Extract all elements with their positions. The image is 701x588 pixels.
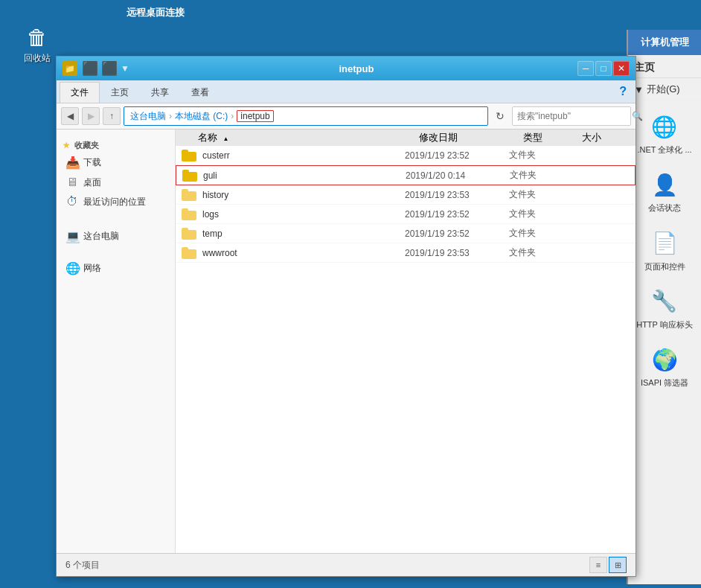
file-name-custerr: custerr — [176, 150, 399, 162]
file-name-history: history — [176, 189, 399, 201]
folder-icon-history — [182, 189, 196, 201]
qat-dropdown[interactable]: ▼ — [121, 63, 129, 74]
file-type-temp: 文件夹 — [503, 227, 563, 240]
desktop-label: 桌面 — [83, 176, 101, 189]
file-label-wwwroot: wwwroot — [202, 248, 237, 258]
qat-icon1[interactable]: ⬛ — [82, 60, 98, 77]
explorer-main: ★ 收藏夹 📥 下载 🖥 桌面 ⏱ 最近访问的位置 — [57, 130, 636, 553]
sidebar-item-this-pc[interactable]: 💻 这台电脑 — [57, 226, 175, 246]
file-date-wwwroot: 2019/1/19 23:53 — [399, 248, 503, 258]
dotnet-label: .NET 全球化 ... — [637, 144, 691, 155]
file-name-logs: logs — [176, 208, 399, 220]
up-button[interactable]: ↑ — [103, 107, 121, 125]
view-toggle-buttons: ≡ ⊞ — [589, 557, 627, 573]
file-date-guli: 2019/1/20 0:14 — [400, 170, 504, 181]
recent-icon: ⏱ — [65, 195, 79, 208]
col-header-date[interactable]: 修改日期 — [413, 131, 517, 144]
forward-button[interactable]: ▶ — [82, 107, 100, 125]
search-input[interactable] — [517, 111, 629, 121]
sidebar-item-desktop[interactable]: 🖥 桌面 — [57, 173, 175, 192]
network-icon: 🌐 — [65, 261, 79, 275]
recycle-bin-icon[interactable]: 🗑 回收站 — [15, 22, 60, 65]
desktop-icon: 🖥 — [65, 176, 79, 189]
mgmt-feature-isapi[interactable]: 🌍 ISAPI 筛选器 — [641, 343, 688, 388]
star-icon: ★ — [63, 141, 70, 150]
file-name-wwwroot: wwwroot — [176, 247, 399, 259]
computer-icon: 💻 — [65, 229, 79, 243]
isapi-globe-icon: 🌍 — [648, 343, 681, 376]
file-row-temp[interactable]: temp 2019/1/19 23:52 文件夹 — [176, 224, 636, 243]
folder-icon-guli — [182, 170, 197, 182]
file-name-guli: guli — [176, 170, 400, 182]
path-sep-2: › — [231, 111, 234, 121]
explorer-window-icon: 📁 — [63, 61, 77, 76]
file-label-custerr: custerr — [202, 150, 230, 161]
close-button[interactable]: ✕ — [613, 61, 630, 76]
title-bar-buttons: ─ □ ✕ — [577, 61, 630, 76]
file-row-logs[interactable]: logs 2019/1/19 23:52 文件夹 — [176, 205, 636, 224]
dotnet-globe-icon: 🌐 — [648, 110, 681, 143]
search-box[interactable]: 🔍 — [512, 106, 631, 126]
favorites-header: ★ 收藏夹 — [57, 135, 175, 153]
file-date-custerr: 2019/1/19 23:52 — [399, 150, 503, 161]
detail-view-button[interactable]: ≡ — [589, 557, 607, 573]
mgmt-feature-session[interactable]: 👤 会话状态 — [648, 168, 681, 213]
file-list: 名称 ▲ 修改日期 类型 大小 custerr 2019/1/19 23:52 … — [176, 130, 636, 553]
path-local-disk[interactable]: 本地磁盘 (C:) — [175, 110, 228, 123]
file-type-logs: 文件夹 — [503, 208, 563, 220]
sidebar-item-network[interactable]: 🌐 网络 — [57, 258, 175, 278]
tab-share[interactable]: 共享 — [140, 82, 180, 103]
minimize-button[interactable]: ─ — [577, 61, 594, 76]
maximize-button[interactable]: □ — [595, 61, 612, 76]
col-header-size[interactable]: 大小 — [576, 131, 636, 144]
sort-indicator: ▲ — [223, 135, 229, 142]
ribbon-tabs: 文件 主页 共享 查看 ? — [57, 80, 636, 103]
file-row-custerr[interactable]: custerr 2019/1/19 23:52 文件夹 — [176, 146, 636, 165]
help-btn[interactable]: ? — [613, 80, 633, 103]
file-label-temp: temp — [202, 229, 223, 239]
sidebar-item-recent[interactable]: ⏱ 最近访问的位置 — [57, 192, 175, 211]
folder-icon-wwwroot — [182, 247, 196, 259]
folder-icon-custerr — [182, 150, 196, 162]
tab-view[interactable]: 查看 — [180, 82, 220, 103]
mgmt-window-title: 计算机管理 — [628, 30, 701, 55]
folder-icon-temp — [182, 228, 196, 240]
mgmt-feature-pages[interactable]: 📄 页面和控件 — [644, 227, 685, 272]
refresh-button[interactable]: ↻ — [491, 107, 509, 125]
downloads-label: 下载 — [83, 156, 101, 169]
folder-icon-logs — [182, 208, 196, 220]
favorites-label: 收藏夹 — [74, 140, 99, 151]
file-row-guli[interactable]: guli 2019/1/20 0:14 文件夹 — [176, 165, 636, 185]
pages-doc-icon: 📄 — [648, 227, 681, 260]
file-row-history[interactable]: history 2019/1/19 23:53 文件夹 — [176, 185, 636, 205]
mgmt-feature-dotnet[interactable]: 🌐 .NET 全球化 ... — [637, 110, 691, 155]
sidebar-item-downloads[interactable]: 📥 下载 — [57, 153, 175, 173]
col-header-name[interactable]: 名称 ▲ — [191, 131, 413, 144]
address-path-bar[interactable]: 这台电脑 › 本地磁盘 (C:) › inetpub — [124, 106, 488, 126]
file-date-temp: 2019/1/19 23:52 — [399, 229, 503, 239]
isapi-label: ISAPI 筛选器 — [641, 377, 688, 388]
address-bar: ◀ ▶ ↑ 这台电脑 › 本地磁盘 (C:) › inetpub ↻ 🔍 — [57, 103, 636, 130]
file-label-guli: guli — [203, 170, 217, 181]
path-inetpub[interactable]: inetpub — [237, 110, 273, 122]
col-header-type[interactable]: 类型 — [517, 131, 577, 144]
file-type-history: 文件夹 — [503, 188, 563, 201]
file-label-logs: logs — [202, 209, 219, 220]
desktop: 远程桌面连接 🗑 回收站 计算机管理 主页 ▼ 开始(G) 🌐 .NET 全球化… — [0, 0, 701, 588]
status-bar: 6 个项目 ≡ ⊞ — [57, 553, 636, 576]
network-label: 网络 — [83, 262, 101, 275]
file-row-wwwroot[interactable]: wwwroot 2019/1/19 23:53 文件夹 — [176, 243, 636, 263]
list-view-button[interactable]: ⊞ — [609, 557, 627, 573]
tab-file[interactable]: 文件 — [60, 82, 100, 103]
tab-home[interactable]: 主页 — [100, 82, 140, 103]
mgmt-feature-http[interactable]: 🔧 HTTP 响应标头 — [636, 285, 693, 330]
qat-icon2[interactable]: ⬛ — [101, 60, 118, 77]
mgmt-icon-row: 🌐 .NET 全球化 ... 👤 会话状态 📄 页面和控件 🔧 HTTP 响应标… — [628, 101, 701, 392]
session-label: 会话状态 — [648, 202, 681, 213]
ribbon: 文件 主页 共享 查看 ? — [57, 80, 636, 103]
back-button[interactable]: ◀ — [61, 107, 79, 125]
mgmt-start-row[interactable]: ▼ 开始(G) — [628, 78, 701, 101]
path-computer[interactable]: 这台电脑 — [130, 110, 166, 123]
file-date-history: 2019/1/19 23:53 — [399, 190, 503, 200]
recycle-bin-label: 回收站 — [24, 52, 51, 65]
